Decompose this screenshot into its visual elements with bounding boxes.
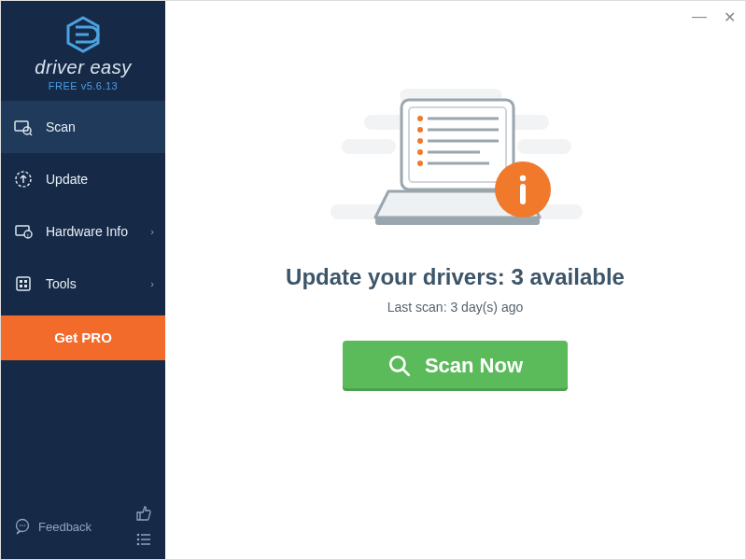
get-pro-label: Get PRO <box>54 329 112 345</box>
scan-now-button[interactable]: Scan Now <box>343 341 568 391</box>
search-icon <box>387 354 412 378</box>
last-scan: Last scan: 3 day(s) ago <box>387 300 524 315</box>
svg-point-18 <box>137 534 140 537</box>
bottom-icons <box>135 505 152 548</box>
svg-point-19 <box>137 539 140 541</box>
brand-version: FREE v5.6.13 <box>1 80 165 91</box>
feedback-button[interactable]: Feedback <box>14 518 91 535</box>
update-icon <box>14 170 33 189</box>
svg-rect-9 <box>17 277 30 290</box>
sidebar-item-label: Scan <box>46 119 76 134</box>
svg-point-27 <box>417 116 423 121</box>
svg-rect-2 <box>15 121 28 131</box>
sidebar-item-update[interactable]: Update <box>1 153 165 205</box>
svg-point-38 <box>519 175 525 181</box>
list-icon[interactable] <box>135 531 152 548</box>
app-window: driver easy FREE v5.6.13 Scan Update i <box>1 1 745 559</box>
svg-point-20 <box>137 543 140 546</box>
scan-now-label: Scan Now <box>425 354 523 378</box>
sidebar-item-label: Tools <box>46 276 77 291</box>
logo-icon <box>63 14 104 55</box>
last-scan-value: 3 day(s) ago <box>450 300 523 315</box>
svg-line-41 <box>402 369 409 375</box>
chevron-right-icon: › <box>150 278 154 289</box>
svg-line-4 <box>30 133 32 135</box>
last-scan-prefix: Last scan: <box>387 300 451 315</box>
svg-rect-39 <box>520 184 526 204</box>
svg-point-35 <box>417 161 423 166</box>
svg-rect-10 <box>20 280 22 283</box>
svg-point-16 <box>21 525 23 526</box>
headline-prefix: Update your drivers: <box>286 264 511 289</box>
feedback-label: Feedback <box>38 520 91 534</box>
chevron-right-icon: › <box>150 226 154 237</box>
svg-text:i: i <box>27 232 28 238</box>
sidebar-bottom: Feedback <box>1 494 165 559</box>
close-button[interactable]: ✕ <box>724 8 736 26</box>
svg-point-29 <box>417 127 423 133</box>
svg-rect-13 <box>24 285 27 287</box>
minimize-button[interactable]: — <box>692 8 707 26</box>
svg-rect-26 <box>375 217 540 225</box>
main-panel: — ✕ <box>165 1 745 559</box>
svg-point-17 <box>24 525 26 526</box>
svg-rect-11 <box>24 280 27 283</box>
sidebar: driver easy FREE v5.6.13 Scan Update i <box>1 1 165 559</box>
logo-area: driver easy FREE v5.6.13 <box>1 1 165 101</box>
sidebar-item-label: Update <box>46 172 88 187</box>
nav: Scan Update i Hardware Info › Tools <box>1 101 165 494</box>
brand-name: driver easy <box>1 57 165 78</box>
sidebar-item-hardware[interactable]: i Hardware Info › <box>1 205 165 258</box>
headline-suffix: available <box>524 264 625 289</box>
scan-icon <box>14 118 33 136</box>
tools-icon <box>14 274 33 293</box>
speech-icon <box>14 518 31 535</box>
available-count: 3 <box>511 264 523 289</box>
get-pro-button[interactable]: Get PRO <box>1 315 165 360</box>
sidebar-item-tools[interactable]: Tools › <box>1 258 165 310</box>
svg-rect-12 <box>20 285 22 287</box>
hardware-icon: i <box>14 222 33 241</box>
sidebar-item-scan[interactable]: Scan <box>1 101 165 153</box>
titlebar: — ✕ <box>692 8 736 26</box>
svg-point-33 <box>417 149 423 155</box>
headline: Update your drivers: 3 available <box>286 264 625 290</box>
thumbs-up-icon[interactable] <box>135 505 152 522</box>
content: Update your drivers: 3 available Last sc… <box>165 1 745 391</box>
svg-point-15 <box>20 525 21 526</box>
svg-point-31 <box>417 138 423 144</box>
illustration <box>316 79 596 238</box>
sidebar-item-label: Hardware Info <box>46 224 128 239</box>
